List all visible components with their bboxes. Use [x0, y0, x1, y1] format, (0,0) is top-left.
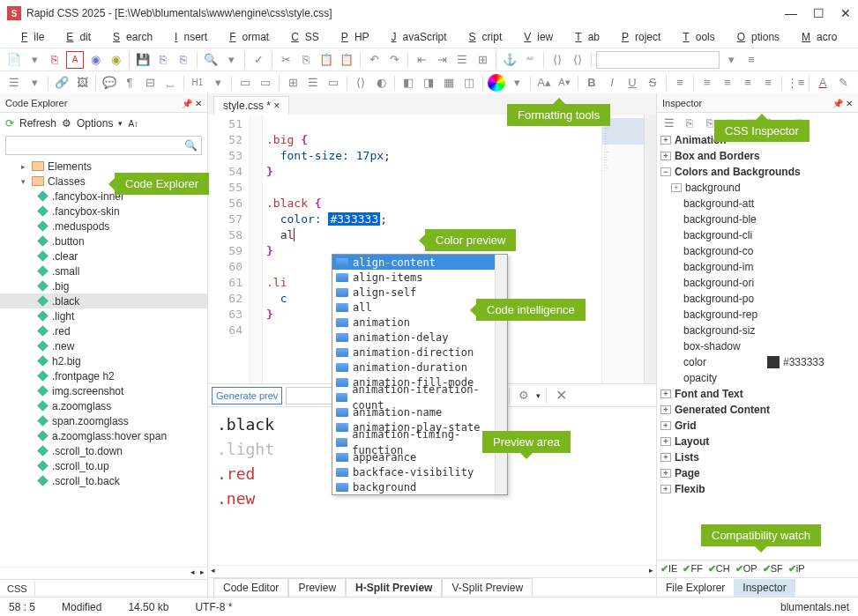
refresh-button[interactable]: Refresh	[19, 117, 56, 130]
tag3-button[interactable]: ▦	[440, 74, 458, 92]
link-button[interactable]: 🔗	[53, 74, 71, 92]
scroll-right-icon[interactable]: ▸	[646, 566, 656, 577]
ac-item[interactable]: animation-delay	[332, 330, 507, 345]
font-inc-button[interactable]: A▴	[535, 74, 553, 92]
underline-button[interactable]: U	[623, 74, 641, 92]
gear-icon[interactable]: ⚙	[515, 387, 533, 404]
options-button[interactable]: Options	[77, 117, 113, 130]
right-tab[interactable]: File Explorer	[657, 579, 734, 597]
scroll-left-icon[interactable]: ◂	[188, 568, 198, 579]
menu-tab[interactable]: Tab	[563, 29, 606, 45]
scroll-right-icon[interactable]: ▸	[198, 568, 207, 579]
generate-preview-button[interactable]: Generate prev	[212, 387, 282, 404]
image-button[interactable]: 🖼	[73, 74, 91, 92]
search-button[interactable]: 🔍	[202, 51, 220, 69]
tree-item[interactable]: .frontpage h2	[0, 368, 207, 383]
insp-row[interactable]: +Layout	[657, 434, 858, 449]
menu-file[interactable]: File	[9, 29, 50, 45]
menu-project[interactable]: Project	[609, 29, 667, 45]
insp-row[interactable]: +background	[657, 180, 858, 196]
scroll-left-icon[interactable]: ◂	[208, 566, 218, 577]
ac-item[interactable]: align-self	[332, 285, 507, 300]
view-tab[interactable]: V-Split Preview	[442, 578, 533, 597]
align-justify-button[interactable]: ≡	[759, 74, 777, 92]
insp-row[interactable]: +Lists	[657, 449, 858, 465]
ac-item[interactable]: animation-iteration-count	[332, 390, 507, 404]
fold-button[interactable]: ⊞	[474, 51, 491, 69]
indent-left-button[interactable]: ⇤	[413, 51, 430, 69]
view-tab[interactable]: H-Split Preview	[346, 578, 442, 597]
menu-edit[interactable]: Edit	[54, 29, 97, 45]
insp-prop[interactable]: background-cli	[657, 227, 858, 243]
validate-button[interactable]: ⟨⟩	[548, 51, 566, 69]
tree-item[interactable]: .scroll_to.down	[0, 443, 207, 458]
insp-prop[interactable]: background-siz	[657, 323, 858, 338]
tag4-button[interactable]: ◫	[460, 74, 478, 92]
nbsp-button[interactable]: ⎵	[161, 74, 179, 92]
indent-right-button[interactable]: ⇥	[433, 51, 451, 69]
align-center-button[interactable]: ≡	[719, 74, 736, 92]
close-icon[interactable]: ✕	[195, 99, 202, 108]
table-button[interactable]: ⊞	[284, 74, 302, 92]
inspector-properties[interactable]: +Animation+Box and Borders−Colors and Ba…	[657, 132, 858, 560]
strike-button[interactable]: S	[644, 74, 661, 92]
tree-item[interactable]: .scroll_to.up	[0, 458, 207, 473]
insp-row[interactable]: +Font and Text	[657, 386, 858, 402]
insp-row[interactable]: +Page	[657, 465, 858, 481]
pin-icon[interactable]: 📌	[182, 99, 192, 108]
list-ul-button[interactable]: ⋮≡	[787, 74, 804, 92]
cut-button[interactable]: ✂	[277, 51, 295, 69]
insp-prop[interactable]: background-im	[657, 259, 858, 275]
insp-row[interactable]: +Box and Borders	[657, 148, 858, 164]
form-button[interactable]: ☰	[304, 74, 322, 92]
comment-button[interactable]: 💬	[101, 74, 118, 92]
insp-color-row[interactable]: color#333333	[657, 354, 858, 370]
autocomplete-popup[interactable]: align-contentalign-itemsalign-selfallani…	[332, 254, 508, 495]
tag1-button[interactable]: ◧	[399, 74, 417, 92]
insp-row[interactable]: −Colors and Backgrounds	[657, 164, 858, 180]
menu-plugins[interactable]: Plugins	[847, 29, 858, 45]
php-button[interactable]: ◉	[86, 51, 104, 69]
style-button[interactable]: ◐	[372, 74, 390, 92]
tree-item[interactable]: a.zoomglass:hover span	[0, 428, 207, 443]
align-just-button[interactable]: ≡	[671, 74, 689, 92]
ac-item[interactable]: animation-duration	[332, 360, 507, 375]
view-tab[interactable]: Preview	[288, 578, 346, 597]
dropdown-icon[interactable]: ▾	[222, 51, 240, 69]
filter-button[interactable]: ☰	[660, 114, 678, 131]
open-file-button[interactable]: ⎘	[46, 51, 63, 69]
tree-item[interactable]: .new	[0, 338, 207, 353]
insp-row[interactable]: +Grid	[657, 418, 858, 434]
copy-button[interactable]: ⎘	[175, 51, 192, 69]
save-button[interactable]: 💾	[134, 51, 152, 69]
dropdown-icon[interactable]: ▾	[26, 51, 43, 69]
font-color-button[interactable]: A	[814, 74, 832, 92]
abc-button[interactable]: ᴬᴮ	[521, 51, 539, 69]
heading-button[interactable]: ☰	[5, 74, 23, 92]
menu-css[interactable]: CSS	[279, 29, 325, 45]
scrollbar[interactable]	[495, 255, 507, 494]
color-wheel-icon[interactable]	[488, 74, 505, 92]
close-icon[interactable]: ×	[273, 100, 280, 112]
tree-item[interactable]: span.zoomglass	[0, 413, 207, 428]
input-button[interactable]: ▭	[325, 74, 342, 92]
break-button[interactable]: ⊟	[141, 74, 159, 92]
font-dec-button[interactable]: A▾	[556, 74, 573, 92]
menu-macro[interactable]: Macro	[789, 29, 843, 45]
goto-button[interactable]: ≡	[742, 51, 760, 69]
insp-prop[interactable]: background-rep	[657, 307, 858, 323]
insp-row[interactable]: +Flexib	[657, 481, 858, 497]
ac-item[interactable]: align-items	[332, 270, 507, 285]
tree-item[interactable]: .meduspods	[0, 219, 207, 234]
tree-item[interactable]: .big	[0, 278, 207, 293]
menu-script[interactable]: Script	[457, 29, 509, 45]
menu-javascript[interactable]: JavaScript	[379, 29, 453, 45]
tree-elements[interactable]: ▸Elements	[0, 159, 207, 174]
align-left-button[interactable]: ≡	[698, 74, 716, 92]
menu-format[interactable]: Format	[217, 29, 275, 45]
tag2-button[interactable]: ◨	[420, 74, 437, 92]
sort-button[interactable]: A↕	[128, 119, 138, 129]
dropdown-icon[interactable]: ▾	[722, 51, 740, 69]
tree-item[interactable]: .button	[0, 234, 207, 249]
chevron-down-icon[interactable]: ▾	[118, 119, 123, 128]
